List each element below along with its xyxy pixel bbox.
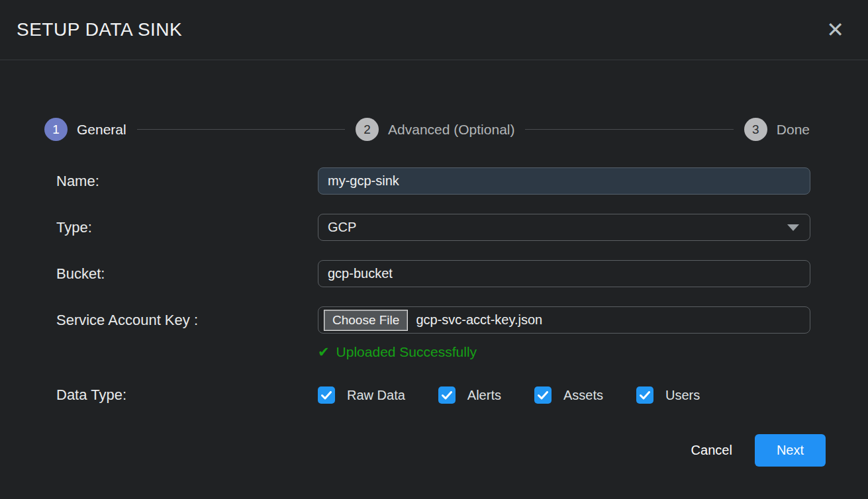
- name-label: Name:: [56, 173, 318, 190]
- step-number-badge: 1: [44, 118, 68, 141]
- check-icon: [538, 391, 548, 400]
- type-row: Type: GCP: [56, 214, 810, 241]
- general-form: Name: Type: GCP Bucket: Service Account …: [0, 167, 868, 404]
- check-icon: [640, 391, 650, 400]
- step-connector-line: [525, 129, 733, 130]
- step-connector-line: [137, 129, 345, 130]
- name-input[interactable]: [318, 167, 810, 195]
- dialog-header: SETUP DATA SINK ✕: [0, 0, 868, 60]
- step-done[interactable]: 3 Done: [744, 118, 810, 141]
- step-label: Advanced (Optional): [388, 122, 514, 138]
- checkbox-assets[interactable]: Assets: [534, 386, 603, 404]
- type-select[interactable]: GCP: [318, 214, 810, 241]
- choose-file-button[interactable]: Choose File: [324, 310, 408, 331]
- wizard-stepper: 1 General 2 Advanced (Optional) 3 Done: [44, 118, 810, 141]
- cancel-button[interactable]: Cancel: [686, 439, 738, 462]
- checkbox-label: Assets: [563, 388, 603, 403]
- type-select-value: GCP: [328, 220, 356, 235]
- data-type-label: Data Type:: [56, 386, 318, 404]
- checkbox-label: Users: [665, 388, 700, 403]
- service-account-key-row: Service Account Key : Choose File gcp-sv…: [56, 306, 810, 334]
- checked-checkbox[interactable]: [534, 386, 552, 404]
- checked-checkbox[interactable]: [318, 386, 335, 404]
- checked-checkbox[interactable]: [438, 386, 456, 404]
- dialog-title: SETUP DATA SINK: [17, 19, 182, 40]
- checkbox-users[interactable]: Users: [636, 386, 700, 404]
- checkbox-label: Raw Data: [347, 388, 405, 403]
- service-account-key-label: Service Account Key :: [56, 312, 318, 329]
- close-icon[interactable]: ✕: [826, 19, 844, 40]
- upload-status-text: Uploaded Successfully: [336, 344, 477, 360]
- setup-data-sink-dialog: SETUP DATA SINK ✕ 1 General 2 Advanced (…: [0, 0, 868, 499]
- checked-checkbox[interactable]: [636, 386, 653, 404]
- step-advanced[interactable]: 2 Advanced (Optional): [356, 118, 514, 141]
- check-icon: [442, 391, 452, 400]
- chevron-down-icon: [787, 224, 799, 231]
- service-account-key-file-input[interactable]: Choose File gcp-svc-acct-key.json: [318, 306, 810, 334]
- next-button[interactable]: Next: [755, 434, 826, 467]
- check-icon: ✔: [318, 344, 330, 360]
- name-row: Name:: [56, 167, 810, 195]
- uploaded-file-name: gcp-svc-acct-key.json: [416, 312, 542, 328]
- bucket-input[interactable]: [318, 260, 810, 287]
- step-label: General: [77, 122, 126, 138]
- data-type-row: Data Type: Raw Data Alerts: [56, 386, 810, 404]
- step-number-badge: 3: [744, 118, 767, 141]
- step-general[interactable]: 1 General: [44, 118, 126, 141]
- bucket-row: Bucket:: [56, 260, 810, 287]
- bucket-label: Bucket:: [56, 265, 318, 283]
- step-number-badge: 2: [356, 118, 379, 141]
- checkbox-label: Alerts: [467, 388, 501, 403]
- upload-status: ✔ Uploaded Successfully: [318, 344, 810, 360]
- type-label: Type:: [56, 219, 318, 236]
- step-label: Done: [777, 122, 810, 138]
- data-type-options: Raw Data Alerts Assets: [318, 386, 810, 404]
- check-icon: [321, 391, 332, 400]
- checkbox-raw-data[interactable]: Raw Data: [318, 386, 405, 404]
- checkbox-alerts[interactable]: Alerts: [438, 386, 501, 404]
- dialog-footer: Cancel Next: [686, 434, 826, 467]
